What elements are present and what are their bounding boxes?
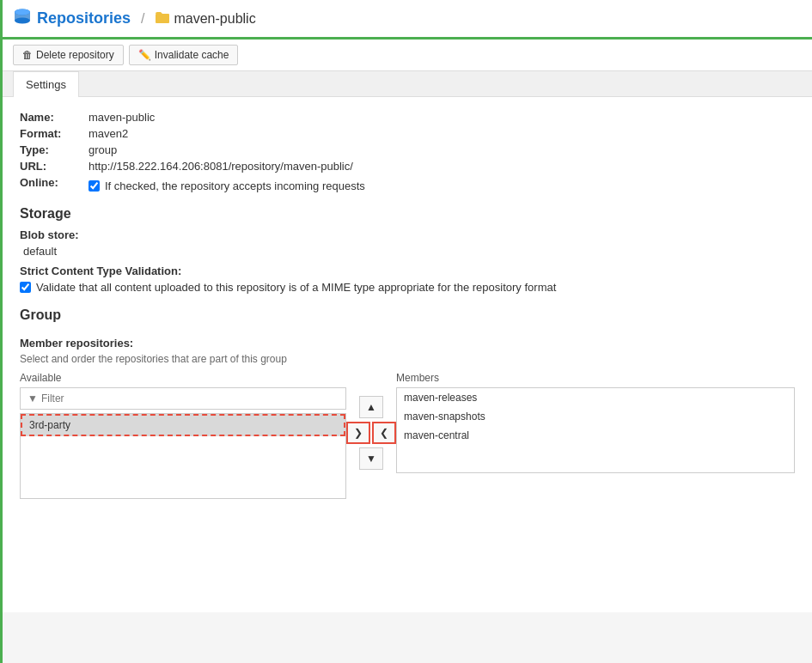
url-value: http://158.222.164.206:8081/repository/m… — [89, 160, 353, 173]
left-accent — [0, 0, 3, 612]
left-arrow-icon: ❮ — [380, 427, 388, 439]
list-item[interactable]: maven-central — [397, 426, 794, 445]
chevron-up-icon: ▲ — [366, 401, 376, 413]
delete-label: Delete repository — [36, 49, 114, 61]
repo-name: maven-public — [174, 11, 255, 27]
storage-heading: Storage — [20, 206, 795, 222]
members-col-label: Members — [396, 372, 795, 384]
tabs-bar: Settings — [3, 71, 812, 97]
list-item[interactable]: maven-releases — [397, 388, 794, 407]
type-label: Type: — [20, 143, 89, 156]
right-arrow-icon: ❯ — [354, 427, 363, 439]
online-desc: If checked, the repository accepts incom… — [105, 179, 365, 192]
group-heading: Group — [20, 307, 795, 323]
format-row: Format: maven2 — [20, 127, 795, 140]
blob-store-label: Blob store: — [20, 228, 795, 241]
available-col-label: Available — [20, 372, 346, 384]
online-checkbox[interactable] — [89, 180, 100, 192]
url-row: URL: http://158.222.164.206:8081/reposit… — [20, 160, 795, 173]
group-section: Member repositories: Select and order th… — [20, 337, 795, 499]
svg-rect-4 — [156, 14, 169, 23]
available-column: Available ▼ 3rd-party — [20, 372, 346, 499]
strict-row: Validate that all content uploaded to th… — [20, 281, 795, 294]
filter-box: ▼ — [20, 387, 346, 410]
columns-area: Available ▼ 3rd-party — [20, 372, 795, 499]
pencil-icon: ✏️ — [138, 49, 151, 61]
toolbar: 🗑 Delete repository ✏️ Invalidate cache — [3, 40, 812, 71]
type-row: Type: group — [20, 143, 795, 156]
format-value: maven2 — [89, 127, 128, 140]
members-column: Members maven-releases maven-snapshots m… — [396, 372, 795, 473]
trash-icon: 🗑 — [22, 49, 33, 61]
breadcrumb-sep: / — [141, 11, 144, 27]
folder-icon — [155, 9, 170, 28]
name-value: maven-public — [89, 111, 155, 124]
db-icon — [13, 7, 32, 30]
add-remove-row: ❯ ❮ — [346, 422, 396, 444]
list-item[interactable]: maven-snapshots — [397, 407, 794, 426]
svg-point-2 — [15, 18, 30, 24]
filter-input[interactable] — [41, 392, 339, 404]
strict-checkbox[interactable] — [20, 282, 31, 293]
name-label: Name: — [20, 111, 89, 124]
online-label: Online: — [20, 176, 89, 189]
remove-button[interactable]: ❮ — [372, 422, 396, 444]
header-bar: Repositories / maven-public — [3, 0, 812, 40]
strict-desc: Validate that all content uploaded to th… — [36, 281, 556, 294]
member-label: Member repositories: — [20, 337, 795, 350]
type-value: group — [89, 143, 117, 156]
tab-settings[interactable]: Settings — [13, 71, 79, 97]
list-item[interactable]: 3rd-party — [21, 414, 345, 436]
chevron-down-icon: ▼ — [366, 453, 376, 465]
online-row: Online: If checked, the repository accep… — [20, 176, 795, 192]
svg-point-3 — [15, 9, 30, 15]
header-title: Repositories — [13, 7, 131, 30]
members-list: maven-releases maven-snapshots maven-cen… — [396, 387, 795, 473]
invalidate-label: Invalidate cache — [155, 49, 229, 61]
info-section: Name: maven-public Format: maven2 Type: … — [20, 111, 795, 192]
controls-column: ▲ ❯ ❮ ▼ — [346, 372, 396, 470]
online-value: If checked, the repository accepts incom… — [89, 176, 365, 192]
breadcrumb-item: maven-public — [155, 9, 255, 28]
add-button[interactable]: ❯ — [346, 422, 370, 444]
move-up-button[interactable]: ▲ — [359, 396, 383, 418]
delete-repository-button[interactable]: 🗑 Delete repository — [13, 45, 124, 65]
url-label: URL: — [20, 160, 89, 173]
member-desc: Select and order the repositories that a… — [20, 353, 795, 365]
invalidate-cache-button[interactable]: ✏️ Invalidate cache — [129, 45, 239, 65]
name-row: Name: maven-public — [20, 111, 795, 124]
online-checkbox-label: If checked, the repository accepts incom… — [89, 179, 365, 192]
repos-label: Repositories — [37, 9, 131, 27]
blob-store-value: default — [23, 245, 795, 258]
main-content: Name: maven-public Format: maven2 Type: … — [3, 97, 812, 612]
available-list: 3rd-party — [20, 413, 346, 499]
format-label: Format: — [20, 127, 89, 140]
strict-label: Strict Content Type Validation: — [20, 265, 795, 277]
filter-icon: ▼ — [27, 392, 38, 404]
move-down-button[interactable]: ▼ — [359, 447, 383, 470]
